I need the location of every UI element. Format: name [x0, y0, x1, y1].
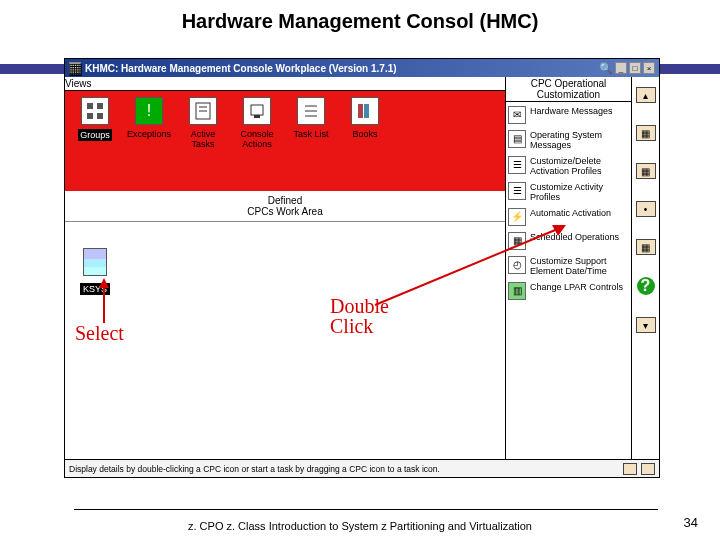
page-number: 34 — [684, 515, 698, 530]
decorative-bar-right — [660, 64, 720, 74]
cpc-item[interactable]: KSYS — [75, 248, 115, 296]
task-list: ✉Hardware Messages ▤Operating System Mes… — [506, 102, 631, 459]
status-button-2[interactable] — [641, 463, 655, 475]
slide-footer: z. CPO z. Class Introduction to System z… — [0, 520, 720, 532]
exceptions-icon: ! — [135, 97, 163, 125]
workarea-header: Defined CPCs Work Area — [65, 191, 505, 222]
decorative-bar-left — [0, 64, 64, 74]
task-os-messages[interactable]: ▤Operating System Messages — [508, 130, 629, 150]
view-label: Active Tasks — [191, 129, 216, 149]
views-area: Groups ! Exceptions Active Tasks Console… — [65, 91, 505, 191]
svg-rect-0 — [87, 103, 93, 109]
view-label: Books — [352, 129, 377, 139]
task-lpar-controls[interactable]: ▥Change LPAR Controls — [508, 282, 629, 300]
task-hardware-messages[interactable]: ✉Hardware Messages — [508, 106, 629, 124]
console-actions-icon — [243, 97, 271, 125]
view-exceptions[interactable]: ! Exceptions — [125, 97, 173, 139]
svg-rect-13 — [364, 104, 369, 118]
view-console-actions[interactable]: Console Actions — [233, 97, 281, 149]
titlebar: ▦ KHMC: Hardware Management Console Work… — [65, 59, 659, 77]
tool-button-1[interactable]: ▦ — [636, 125, 656, 141]
activity-icon: ☰ — [508, 182, 526, 200]
titlebar-text: KHMC: Hardware Management Console Workpl… — [85, 63, 397, 74]
close-button[interactable]: × — [643, 62, 655, 74]
view-task-list[interactable]: Task List — [287, 97, 335, 139]
task-scheduled-operations[interactable]: ▦Scheduled Operations — [508, 232, 629, 250]
schedule-icon: ▦ — [508, 232, 526, 250]
tool-button-2[interactable]: ▦ — [636, 163, 656, 179]
task-automatic-activation[interactable]: ⚡Automatic Activation — [508, 208, 629, 226]
svg-rect-2 — [87, 113, 93, 119]
tool-button-4[interactable]: ▦ — [636, 239, 656, 255]
auto-icon: ⚡ — [508, 208, 526, 226]
search-icon[interactable]: 🔍 — [599, 62, 613, 75]
svg-rect-1 — [97, 103, 103, 109]
minimize-button[interactable]: _ — [615, 62, 627, 74]
help-button[interactable]: ? — [637, 277, 655, 295]
svg-rect-7 — [251, 105, 263, 115]
view-books[interactable]: Books — [341, 97, 389, 139]
tasks-panel-title: CPC Operational Customization — [506, 77, 631, 102]
task-activity-profiles[interactable]: ☰Customize Activity Profiles — [508, 182, 629, 202]
view-active-tasks[interactable]: Active Tasks — [179, 97, 227, 149]
task-activation-profiles[interactable]: ☰Customize/Delete Activation Profiles — [508, 156, 629, 176]
task-list-icon — [297, 97, 325, 125]
clock-icon: ◴ — [508, 256, 526, 274]
status-button-1[interactable] — [623, 463, 637, 475]
scroll-down-button[interactable]: ▾ — [636, 317, 656, 333]
svg-rect-12 — [358, 104, 363, 118]
groups-icon — [81, 97, 109, 125]
svg-rect-8 — [254, 115, 260, 118]
svg-rect-3 — [97, 113, 103, 119]
app-window: ▦ KHMC: Hardware Management Console Work… — [64, 58, 660, 478]
views-header: Views — [65, 77, 505, 91]
os-message-icon: ▤ — [508, 130, 526, 148]
cpc-icon — [83, 248, 107, 276]
status-text: Display details by double-clicking a CPC… — [69, 464, 440, 474]
view-label: Groups — [78, 129, 112, 141]
footer-rule — [74, 509, 658, 510]
message-icon: ✉ — [508, 106, 526, 124]
tool-column: ▴ ▦ ▦ • ▦ ? ▾ — [631, 77, 659, 459]
work-area: KSYS — [65, 222, 505, 459]
system-menu-icon[interactable]: ▦ — [69, 62, 81, 74]
active-tasks-icon — [189, 97, 217, 125]
books-icon — [351, 97, 379, 125]
lpar-icon: ▥ — [508, 282, 526, 300]
view-label: Exceptions — [127, 129, 171, 139]
scroll-up-button[interactable]: ▴ — [636, 87, 656, 103]
view-label: Console Actions — [240, 129, 273, 149]
cpc-label: KSYS — [80, 283, 110, 295]
view-groups[interactable]: Groups — [71, 97, 119, 141]
view-label: Task List — [293, 129, 328, 139]
maximize-button[interactable]: □ — [629, 62, 641, 74]
status-bar: Display details by double-clicking a CPC… — [65, 459, 659, 477]
tool-button-3[interactable]: • — [636, 201, 656, 217]
profiles-icon: ☰ — [508, 156, 526, 174]
task-date-time[interactable]: ◴Customize Support Element Date/Time — [508, 256, 629, 276]
slide-title: Hardware Management Consol (HMC) — [0, 0, 720, 39]
tasks-panel: CPC Operational Customization ✉Hardware … — [505, 77, 659, 459]
